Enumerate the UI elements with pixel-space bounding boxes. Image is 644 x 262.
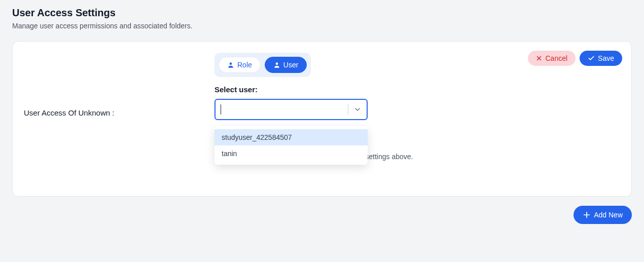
user-icon — [273, 61, 280, 68]
page-subtitle: Manage user access permissions and assoc… — [12, 22, 632, 30]
select-user-dropdown: studyuser_422584507 tanin — [214, 126, 368, 165]
select-dropdown-indicator[interactable] — [348, 100, 367, 119]
segment-user-label: User — [283, 61, 299, 68]
user-icon — [227, 61, 234, 68]
segment-role-label: Role — [237, 61, 252, 68]
select-user-label: Select user: — [214, 85, 620, 94]
select-option[interactable]: studyuser_422584507 — [214, 129, 368, 145]
select-value-area[interactable] — [216, 100, 348, 119]
user-access-of-label: User Access Of Unknown : — [24, 53, 214, 117]
page-title: User Access Settings — [12, 7, 632, 19]
text-caret — [221, 104, 221, 115]
select-option[interactable]: tanin — [214, 145, 368, 162]
svg-point-3 — [275, 62, 278, 65]
chevron-down-icon — [353, 105, 362, 114]
add-new-button[interactable]: Add New — [574, 206, 632, 224]
user-access-card: Cancel Save User Access Of Unknown : Rol… — [12, 41, 632, 197]
svg-point-2 — [230, 62, 232, 65]
select-user-input[interactable] — [214, 99, 368, 120]
role-user-segmented: Role User — [214, 53, 311, 77]
add-new-label: Add New — [594, 211, 623, 218]
segment-user[interactable]: User — [265, 57, 307, 73]
footer-actions: Add New — [12, 197, 632, 224]
plus-icon — [583, 211, 591, 219]
segment-role[interactable]: Role — [219, 57, 261, 73]
